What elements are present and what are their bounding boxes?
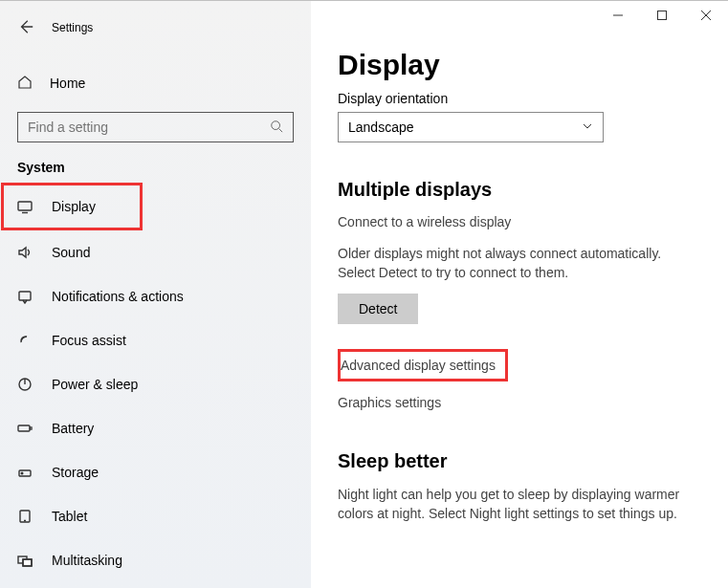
close-button[interactable] [684, 0, 728, 31]
window-title: Settings [52, 21, 93, 34]
sidebar-item-label: Notifications & actions [52, 289, 184, 304]
search-input[interactable] [28, 120, 270, 135]
power-icon [17, 377, 34, 392]
page-title: Display [338, 49, 699, 81]
sidebar-item-label: Display [52, 199, 96, 214]
sidebar-item-label: Power & sleep [52, 377, 138, 392]
svg-rect-6 [18, 202, 32, 210]
svg-point-4 [272, 120, 280, 129]
sidebar-item-display[interactable]: Display [1, 183, 143, 230]
orientation-label: Display orientation [338, 91, 699, 106]
sidebar-item-sound[interactable]: Sound [0, 230, 311, 274]
sleep-better-description: Night light can help you get to sleep by… [338, 486, 699, 523]
storage-icon [17, 465, 34, 480]
svg-rect-1 [658, 11, 667, 20]
sidebar: Settings Home System Display Sound Notif… [0, 1, 311, 588]
sidebar-item-label: Focus assist [52, 333, 126, 348]
chevron-down-icon [582, 120, 593, 135]
maximize-button[interactable] [640, 0, 684, 31]
svg-rect-18 [23, 559, 32, 566]
sidebar-item-label: Multitasking [52, 553, 122, 568]
sidebar-item-label: Sound [52, 245, 90, 260]
svg-rect-11 [18, 425, 30, 431]
sidebar-item-multitasking[interactable]: Multitasking [0, 538, 311, 582]
multiple-displays-heading: Multiple displays [338, 179, 699, 201]
window-controls [596, 0, 728, 31]
search-box[interactable] [17, 112, 294, 142]
focus-icon [17, 333, 34, 348]
svg-point-14 [21, 472, 23, 474]
notifications-icon [17, 289, 34, 304]
svg-rect-12 [31, 427, 33, 429]
display-icon [17, 199, 34, 214]
sidebar-item-focus-assist[interactable]: Focus assist [0, 318, 311, 362]
sidebar-item-notifications[interactable]: Notifications & actions [0, 274, 311, 318]
detect-button[interactable]: Detect [338, 294, 418, 324]
connect-wireless-link[interactable]: Connect to a wireless display [338, 214, 699, 229]
sidebar-item-storage[interactable]: Storage [0, 450, 311, 494]
home-icon [17, 75, 33, 93]
sidebar-category: System [0, 142, 311, 183]
sound-icon [17, 245, 34, 260]
sidebar-home-label: Home [50, 76, 85, 91]
sidebar-item-label: Tablet [52, 509, 87, 524]
sleep-better-heading: Sleep better [338, 450, 699, 472]
search-icon [270, 120, 283, 136]
graphics-settings-link[interactable]: Graphics settings [338, 395, 699, 410]
sidebar-item-label: Storage [52, 465, 99, 480]
main-content: Display Display orientation Landscape Mu… [311, 1, 728, 588]
sidebar-home[interactable]: Home [0, 64, 311, 102]
svg-rect-8 [19, 292, 31, 300]
orientation-dropdown[interactable]: Landscape [338, 112, 604, 142]
sidebar-item-tablet[interactable]: Tablet [0, 494, 311, 538]
sidebar-item-label: Battery [52, 421, 94, 436]
orientation-value: Landscape [348, 120, 414, 135]
tablet-icon [17, 509, 34, 524]
battery-icon [17, 421, 34, 436]
minimize-button[interactable] [596, 0, 640, 31]
sidebar-item-power-sleep[interactable]: Power & sleep [0, 362, 311, 406]
sidebar-item-battery[interactable]: Battery [0, 406, 311, 450]
advanced-display-settings-link[interactable]: Advanced display settings [338, 349, 508, 381]
back-button[interactable] [17, 18, 34, 38]
svg-line-5 [279, 128, 283, 132]
detect-description: Older displays might not always connect … [338, 245, 699, 282]
multitasking-icon [17, 553, 34, 568]
